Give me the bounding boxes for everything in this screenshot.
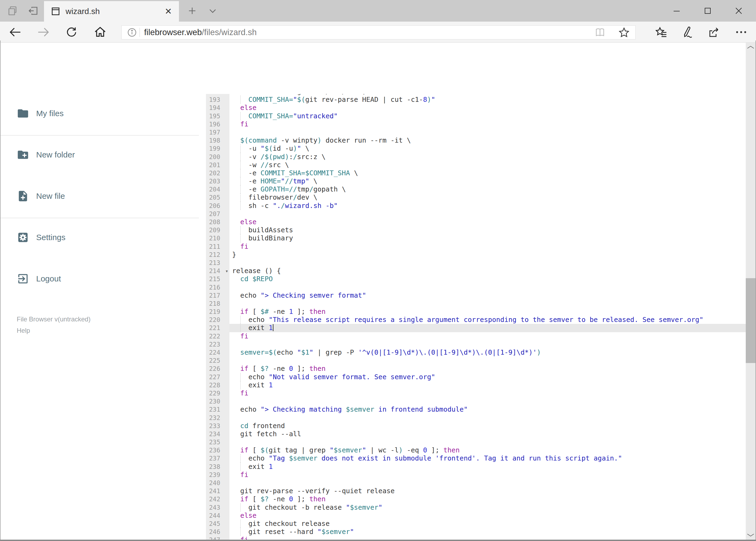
tab-preview-button[interactable] — [3, 0, 22, 22]
more-options-icon[interactable] — [735, 26, 748, 39]
code-line-235[interactable]: 235 — [199, 438, 746, 446]
code-line-222[interactable]: 222fi — [199, 332, 746, 340]
maximize-button[interactable] — [692, 0, 723, 22]
code-line-243[interactable]: 243git checkout -b release "$semver" — [199, 503, 746, 512]
text-cursor — [273, 324, 273, 331]
line-number: 202 — [206, 169, 229, 177]
code-line-208[interactable]: 208else — [199, 218, 746, 226]
url-domain: filebrowser.web — [144, 28, 202, 37]
code-line-209[interactable]: 209buildAssets — [199, 226, 746, 234]
code-line-205[interactable]: 205filebrowser/dev \ — [199, 194, 746, 202]
set-tabs-aside-button[interactable] — [24, 0, 43, 22]
help-link[interactable]: Help — [17, 327, 30, 334]
code-line-241[interactable]: 241git rev-parse --verify --quiet releas… — [199, 487, 746, 495]
code-line-221[interactable]: 221exit 1 — [199, 324, 746, 332]
code-line-214[interactable]: 214▾release () { — [199, 267, 746, 275]
sidebar-item-label: Logout — [36, 274, 61, 283]
code-line-216[interactable]: 216 — [199, 283, 746, 291]
code-line-237[interactable]: 237echo "Tag $semver does not exist in s… — [199, 454, 746, 462]
code-line-201[interactable]: 201-w //src \ — [199, 161, 746, 169]
scrollbar-thumb[interactable] — [746, 278, 755, 363]
code-line-246[interactable]: 246git reset --hard "$semver" — [199, 528, 746, 536]
code-line-195[interactable]: 195COMMIT_SHA="untracked" — [199, 112, 746, 120]
code-line-219[interactable]: 219if [ $# -ne 1 ]; then — [199, 307, 746, 316]
site-info-icon[interactable] — [126, 27, 137, 38]
reading-view-icon[interactable] — [594, 26, 606, 38]
forward-button[interactable] — [36, 25, 51, 39]
favorite-star-icon[interactable] — [618, 26, 630, 39]
sidebar-item-new-file[interactable]: New file — [0, 180, 199, 212]
indent-guide — [240, 528, 241, 536]
code-line-200[interactable]: 200-v /$(pwd):/src:z \ — [199, 153, 746, 161]
share-page-icon[interactable] — [707, 26, 720, 39]
code-line-225[interactable]: 225 — [199, 356, 746, 365]
sidebar-item-logout[interactable]: Logout — [0, 263, 199, 295]
fold-arrow-icon[interactable]: ▾ — [225, 267, 228, 275]
code-line-227[interactable]: 227echo "Not valid semver format. See se… — [199, 373, 746, 381]
code-line-203[interactable]: 203-e HOME="//tmp" \ — [199, 177, 746, 185]
code-line-226[interactable]: 226if [ $? -ne 0 ]; then — [199, 365, 746, 373]
code-line-233[interactable]: 233cd frontend — [199, 422, 746, 430]
code-line-211[interactable]: 211fi — [199, 243, 746, 251]
close-window-button[interactable] — [723, 0, 754, 22]
code-line-202[interactable]: 202-e COMMIT_SHA=$COMMIT_SHA \ — [199, 169, 746, 177]
scroll-down-icon[interactable] — [746, 532, 755, 539]
code-line-240[interactable]: 240 — [199, 479, 746, 487]
code-line-213[interactable]: 213 — [199, 259, 746, 267]
code-line-223[interactable]: 223 — [199, 340, 746, 348]
indent-guide — [240, 463, 241, 471]
sidebar-item-settings[interactable]: Settings — [0, 221, 199, 254]
code-line-220[interactable]: 220echo "This release script requires a … — [199, 316, 746, 324]
home-button[interactable] — [93, 25, 107, 39]
sidebar-item-my-files[interactable]: My files — [0, 97, 199, 130]
sidebar-item-new-folder[interactable]: New folder — [0, 139, 199, 171]
code-line-197[interactable]: 197 — [199, 128, 746, 136]
line-number: 217 — [206, 291, 229, 299]
tab-close-icon[interactable]: ✕ — [165, 6, 172, 16]
code-line-206[interactable]: 206sh -c "./wizard.sh -b" — [199, 202, 746, 210]
code-line-199[interactable]: 199-u "$(id -u)" \ — [199, 145, 746, 153]
code-line-232[interactable]: 232 — [199, 414, 746, 422]
code-line-207[interactable]: 207 — [199, 210, 746, 218]
code-line-215[interactable]: 215cd $REPO — [199, 275, 746, 283]
code-line-229[interactable]: 229fi — [199, 389, 746, 397]
line-number: 241 — [206, 487, 229, 495]
code-line-210[interactable]: 210buildBinary — [199, 234, 746, 242]
indent-guide — [240, 324, 241, 332]
code-line-217[interactable]: 217echo "> Checking semver format" — [199, 291, 746, 299]
indent-guide — [240, 153, 241, 161]
code-line-196[interactable]: 196fi — [199, 120, 746, 128]
code-line-218[interactable]: 218 — [199, 299, 746, 307]
code-line-231[interactable]: 231echo "> Checking matching $semver in … — [199, 405, 746, 413]
code-editor[interactable]: 192if command -v git &> /dev/null; then1… — [199, 94, 746, 541]
code-line-239[interactable]: 239fi — [199, 471, 746, 479]
code-line-234[interactable]: 234git fetch --all — [199, 430, 746, 438]
web-notes-pen-icon[interactable] — [680, 26, 693, 39]
line-number: 210 — [206, 234, 229, 242]
code-line-245[interactable]: 245git checkout release — [199, 520, 746, 528]
code-line-230[interactable]: 230 — [199, 397, 746, 405]
browser-tab[interactable]: wizard.sh ✕ — [44, 1, 179, 22]
vertical-scrollbar[interactable] — [746, 43, 755, 540]
code-line-242[interactable]: 242if [ $? -ne 0 ]; then — [199, 495, 746, 503]
back-button[interactable] — [8, 25, 22, 39]
scroll-up-icon[interactable] — [746, 44, 755, 51]
code-line-212[interactable]: 212} — [199, 251, 746, 259]
minimize-button[interactable] — [661, 0, 692, 22]
code-line-244[interactable]: 244else — [199, 512, 746, 520]
url-bar[interactable]: filebrowser.web/files/wizard.sh — [122, 25, 635, 39]
code-line-224[interactable]: 224semver=$(echo "$1" | grep -P '^v(0|[1… — [199, 348, 746, 356]
favorites-hub-icon[interactable] — [655, 26, 668, 39]
code-line-204[interactable]: 204-e GOPATH=//tmp/gopath \ — [199, 185, 746, 194]
code-line-194[interactable]: 194else — [199, 104, 746, 112]
code-line-193[interactable]: 193COMMIT_SHA="$(git rev-parse HEAD | cu… — [199, 96, 746, 104]
code-line-228[interactable]: 228exit 1 — [199, 381, 746, 389]
tab-list-button[interactable] — [204, 0, 221, 22]
refresh-button[interactable] — [65, 25, 78, 39]
code-line-238[interactable]: 238exit 1 — [199, 463, 746, 471]
browser-titlebar: wizard.sh ✕ — [0, 0, 756, 22]
code-line-236[interactable]: 236if [ $(git tag | grep "$semver" | wc … — [199, 446, 746, 454]
new-tab-button[interactable] — [183, 0, 201, 22]
code-line-198[interactable]: 198$(command -v winpty) docker run --rm … — [199, 136, 746, 145]
line-number: 238 — [206, 463, 229, 471]
